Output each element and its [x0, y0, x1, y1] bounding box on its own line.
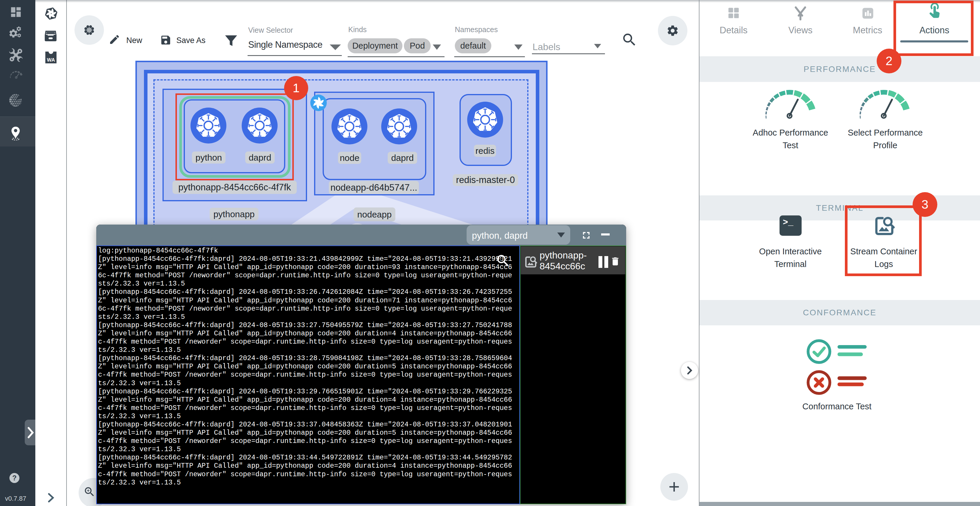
svg-text:WA: WA — [47, 57, 55, 63]
